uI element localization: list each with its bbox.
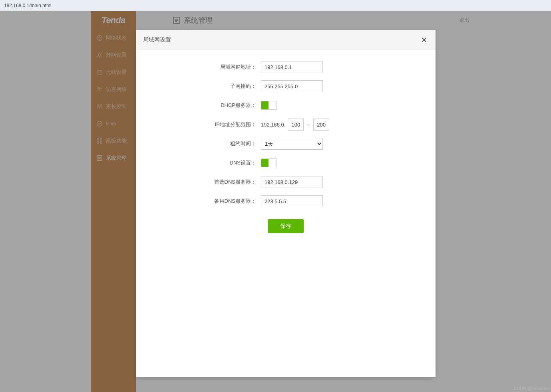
watermark: CSDN @anarckk (513, 386, 549, 391)
range-separator: ~ (306, 122, 311, 128)
label-subnet: 子网掩码： (148, 83, 261, 90)
label-dns: DNS设置： (148, 159, 261, 166)
close-icon[interactable]: ✕ (421, 35, 428, 45)
dns-toggle[interactable] (261, 158, 277, 167)
url-bar: 192.168.0.1/main.html (0, 0, 551, 11)
save-button[interactable]: 保存 (268, 219, 304, 233)
subnet-input[interactable] (261, 80, 323, 92)
lan-ip-input[interactable] (261, 61, 323, 73)
row-dns1: 首选DNS服务器： (148, 176, 424, 188)
row-dhcp: DHCP服务器： (148, 99, 424, 111)
row-lan-ip: 局域网IP地址： (148, 61, 424, 73)
ip-range-prefix: 192.168.0. (261, 122, 285, 128)
secondary-dns-input[interactable] (261, 195, 323, 207)
modal-header: 局域网设置 ✕ (136, 30, 436, 50)
label-lan-ip: 局域网IP地址： (148, 63, 261, 71)
ip-range-start-input[interactable] (288, 119, 304, 131)
row-subnet: 子网掩码： (148, 80, 424, 92)
label-lease: 租约时间： (148, 140, 261, 147)
row-dns-toggle: DNS设置： (148, 157, 424, 169)
label-dns1: 首选DNS服务器： (148, 178, 261, 186)
label-dhcp: DHCP服务器： (148, 102, 261, 109)
ip-range-end-input[interactable] (313, 119, 329, 131)
modal-title: 局域网设置 (143, 36, 171, 44)
dhcp-toggle[interactable] (261, 101, 277, 110)
url-text: 192.168.0.1/main.html (4, 3, 52, 8)
row-ip-range: IP地址分配范围： 192.168.0. ~ (148, 119, 424, 131)
lan-settings-modal: 局域网设置 ✕ 局域网IP地址： 子网掩码： DHCP服务器： IP地址分配范围… (136, 30, 436, 377)
primary-dns-input[interactable] (261, 176, 323, 188)
row-dns2: 备用DNS服务器： (148, 195, 424, 207)
row-lease: 租约时间： 1天 (148, 138, 424, 150)
label-ip-range: IP地址分配范围： (148, 121, 261, 128)
lease-select[interactable]: 1天 (261, 138, 323, 150)
modal-body: 局域网IP地址： 子网掩码： DHCP服务器： IP地址分配范围： 192.16… (136, 50, 436, 244)
viewport: Tenda 网络状态 外网设置 无线设置 访客网络 家长控制 IPv6 高级功 (0, 11, 551, 392)
label-dns2: 备用DNS服务器： (148, 198, 261, 205)
